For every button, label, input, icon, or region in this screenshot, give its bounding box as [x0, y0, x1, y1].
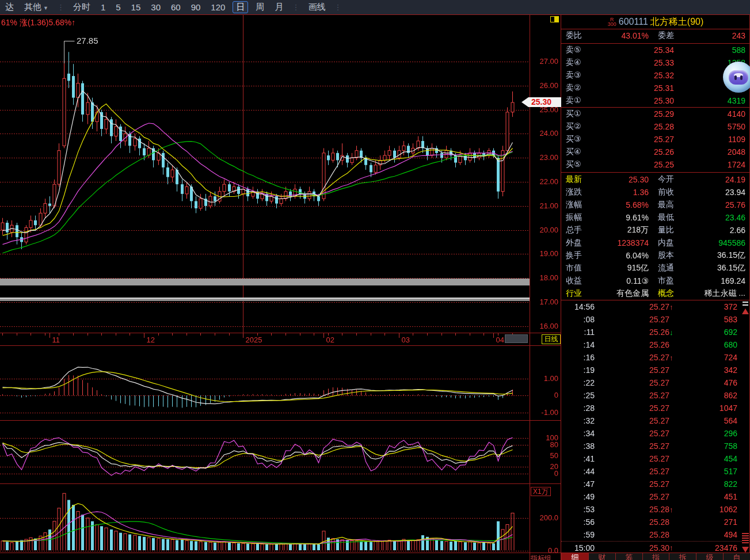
ask-level-label: 卖④ — [566, 58, 590, 68]
chart-info-line: 61% 涨(1.36)5.68%↑ — [1, 18, 75, 28]
price-axis-label: 16.00 — [539, 322, 558, 330]
stat-label: 内盘 — [658, 238, 695, 248]
tick-time: :49 — [566, 492, 595, 501]
ask-row[interactable]: 卖②25.31759 — [561, 82, 750, 94]
ticklist-scrollbar[interactable] — [741, 300, 750, 554]
toolbar-period-日[interactable]: 日 — [233, 1, 248, 13]
pin-icon[interactable] — [743, 302, 748, 306]
toolbar-draw-button[interactable]: 画线 — [303, 2, 330, 13]
bid-volume: 1109 — [674, 135, 745, 144]
stat-value: 1238374 — [601, 238, 649, 247]
tick-time: :47 — [566, 479, 595, 489]
tick-time: :38 — [566, 441, 595, 451]
stat-row: 振幅9.61%最低23.46 — [561, 211, 750, 224]
scroll-up-arrow-icon[interactable] — [742, 308, 749, 314]
bottom-tab-级[interactable]: 级 — [696, 553, 723, 560]
toolbar-period-30[interactable]: 30 — [146, 2, 166, 12]
ask-row[interactable]: 卖④25.331258 — [561, 56, 750, 69]
ask-price: 25.30 — [590, 96, 674, 105]
stat-row: 总手218万量比2.66 — [561, 224, 750, 237]
bid-volume: 2048 — [674, 147, 745, 157]
bid-volume: 1724 — [674, 160, 745, 169]
tick-row: :1625.27↑724 — [561, 351, 750, 364]
bottom-tab-筹[interactable]: 筹 — [615, 553, 642, 560]
window-restore-icon[interactable] — [550, 16, 559, 23]
bid-volume: 5750 — [674, 122, 745, 131]
bottom-tab-自[interactable]: 自 — [723, 553, 750, 560]
tick-time: :34 — [566, 429, 595, 438]
bottom-tab-细[interactable]: 细 — [561, 553, 588, 560]
tick-row: :2225.27476 — [561, 376, 750, 389]
toolbar-period-1[interactable]: 1 — [96, 2, 111, 12]
toolbar-period-15[interactable]: 15 — [126, 2, 146, 12]
tick-time: :41 — [566, 454, 595, 463]
stat-value: 9.61% — [601, 213, 649, 222]
toolbar-period-90[interactable]: 90 — [186, 2, 206, 12]
tick-price: 25.27 — [595, 378, 669, 387]
period-tag[interactable]: 日线 — [542, 334, 561, 344]
toolbar-period-60[interactable]: 60 — [166, 2, 186, 12]
price-axis-label: 27.00 — [539, 57, 558, 66]
bottom-tab-财[interactable]: 财 — [588, 553, 615, 560]
toolbar-period-分时[interactable]: 分时 — [68, 2, 96, 13]
stat-value: 23.46 — [695, 213, 745, 222]
weibi-row: 委比 43.01% 委差 243 — [561, 29, 750, 42]
price-axis-label: 26.00 — [539, 81, 558, 90]
tick-row: :1925.27342 — [561, 364, 750, 376]
tick-direction-arrow: ↑ — [669, 543, 677, 552]
bid-price: 25.28 — [590, 122, 674, 131]
tick-row: :4925.27451 — [561, 490, 750, 503]
tick-row: 14:5625.27↑372 — [561, 300, 750, 313]
tick-volume: 296 — [677, 429, 737, 438]
indicator-group-label[interactable]: 指标组 — [531, 554, 561, 560]
ask-row[interactable]: 卖①25.304319 — [561, 94, 750, 107]
toolbar-clipped-item[interactable]: 达 — [0, 2, 19, 13]
bid-row[interactable]: 买④25.262048 — [561, 146, 750, 158]
ask-row[interactable]: 卖⑤25.34588 — [561, 44, 750, 56]
scrollbar-thumb[interactable] — [742, 533, 749, 544]
price-axis-label: 17.00 — [539, 298, 558, 306]
toolbar-period-周[interactable]: 周 — [250, 2, 269, 13]
stat-label: 外盘 — [566, 238, 601, 248]
tick-time: :22 — [566, 378, 595, 387]
stat-label: 涨幅 — [566, 200, 601, 210]
bottom-tab-指[interactable]: 指 — [642, 553, 669, 560]
ask-row[interactable]: 卖③25.32 — [561, 69, 750, 82]
price-axis-column: 27.0026.0025.0024.0023.0022.0021.0020.00… — [530, 14, 561, 560]
volume-axis-label: 200.0 — [539, 513, 558, 522]
macd-axis-label: -1.00 — [541, 408, 558, 417]
price-axis-label: 23.00 — [539, 153, 558, 162]
tick-time: :56 — [566, 517, 595, 527]
toolbar-period-月[interactable]: 月 — [269, 2, 288, 13]
toolbar-other-menu[interactable]: 其他▼ — [19, 2, 54, 13]
tick-volume: 1062 — [677, 505, 737, 514]
tick-price: 25.28 — [595, 505, 669, 514]
bottom-tab-拆[interactable]: 拆 — [669, 553, 696, 560]
bid-row[interactable]: 买①25.294140 — [561, 108, 750, 120]
tick-time: 14:56 — [566, 302, 595, 311]
stock-code: 600111 — [619, 17, 648, 27]
tick-row: :5325.28↑1062 — [561, 503, 750, 516]
assistant-mascot-icon[interactable] — [723, 62, 750, 93]
stat-label: 行业 — [566, 288, 601, 299]
tick-price: 25.27 — [595, 403, 669, 413]
bid-row[interactable]: 买②25.285750 — [561, 120, 750, 133]
tick-volume: 372 — [677, 302, 737, 311]
r300-badge: R300 — [608, 17, 616, 26]
stat-value: 稀土永磁 ... — [695, 288, 745, 299]
bid-row[interactable]: 买③25.271109 — [561, 133, 750, 146]
toolbar-period-5[interactable]: 5 — [111, 2, 125, 12]
bid-level-label: 买③ — [566, 134, 590, 144]
ask-level-label: 卖② — [566, 83, 590, 93]
main-chart-canvas[interactable] — [0, 0, 530, 560]
bid-row[interactable]: 买⑤25.251724 — [561, 158, 750, 171]
tick-time: :28 — [566, 403, 595, 413]
tick-volume: 564 — [677, 416, 737, 425]
toolbar-period-120[interactable]: 120 — [205, 2, 230, 12]
stat-label: 前收 — [658, 187, 695, 197]
scroll-down-arrow-icon[interactable] — [742, 547, 749, 553]
tick-price: 25.26 — [595, 327, 669, 337]
tick-row: :2825.271047 — [561, 402, 750, 414]
ask-price: 25.34 — [590, 45, 674, 55]
stat-row: 收益0.11③市盈169.24 — [561, 275, 750, 287]
